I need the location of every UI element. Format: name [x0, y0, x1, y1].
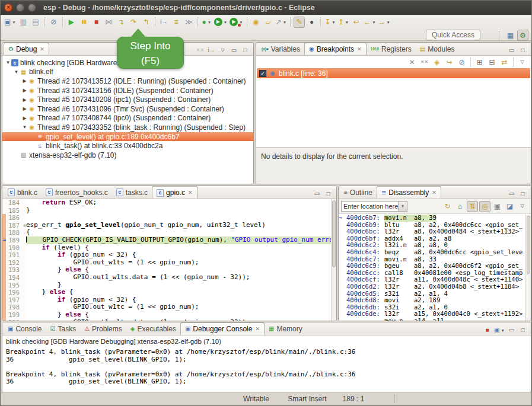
editor-gutter[interactable]: 200: [2, 319, 26, 321]
editor-gutter[interactable]: 184: [2, 199, 26, 207]
expand-all-button[interactable]: ⊞: [474, 56, 485, 68]
sync-with-active-debug-context-button[interactable]: ⇅: [467, 201, 478, 212]
open-perspective-button[interactable]: ▦: [505, 30, 516, 41]
code-line[interactable]: 187⊖esp_err_t gpio_set_level(gpio_num_t …: [2, 222, 331, 229]
tab-tasks[interactable]: ☑ Tasks: [46, 322, 80, 335]
tab-console[interactable]: ▣ Console: [4, 322, 46, 335]
open-type-button[interactable]: ◉: [250, 17, 262, 28]
close-icon[interactable]: ✕: [188, 190, 193, 196]
external-tools-button[interactable]: ▶▼: [229, 17, 243, 28]
remove-selected-breakpoints-button[interactable]: ✕: [406, 56, 418, 68]
save-button[interactable]: ▥: [18, 17, 29, 28]
resume-button[interactable]: ▶: [66, 17, 77, 28]
tree-expander-icon[interactable]: ▶: [21, 88, 28, 93]
instruction-stepping-button[interactable]: i→: [158, 17, 170, 28]
minimize-view-button[interactable]: ▭: [506, 325, 517, 335]
quick-access-button[interactable]: Quick Access: [426, 30, 480, 40]
maximize-view-button[interactable]: □: [518, 189, 528, 199]
chevron-down-icon[interactable]: ▼: [398, 202, 407, 211]
close-icon[interactable]: ✕: [357, 46, 362, 52]
back-history-button[interactable]: ←▼: [363, 17, 376, 28]
editor-gutter[interactable]: 185: [2, 207, 26, 215]
editor-gutter[interactable]: →189: [2, 236, 26, 244]
tree-expander-icon[interactable]: ▶: [21, 106, 28, 111]
disconnect-button[interactable]: ⋈: [103, 17, 114, 28]
forward-history-button[interactable]: →▼: [378, 17, 391, 28]
open-resource-button[interactable]: ▱: [263, 17, 274, 28]
code-line[interactable]: 200 GPIO.out1_w1tc.data = (1 << (gpio_nu…: [2, 319, 331, 321]
track-current-pc-button[interactable]: ◎: [479, 201, 490, 212]
minimize-view-button[interactable]: ▭: [506, 46, 517, 55]
tree-expander-icon[interactable]: ▶: [21, 97, 28, 103]
go-to-program-counter-button[interactable]: ⌂: [454, 201, 466, 212]
tab-memory[interactable]: ▦ Memory: [265, 322, 307, 335]
debug-tree-item[interactable]: ▶◉Thread #7 1073408744 (ipc0) (Suspended…: [2, 114, 253, 123]
close-icon[interactable]: ✕: [255, 326, 260, 332]
show-opcodes-button[interactable]: ◪: [504, 201, 515, 212]
editor-gutter[interactable]: 197: [2, 296, 26, 304]
editor-gutter[interactable]: 186: [2, 214, 26, 222]
tab-disassembly[interactable]: ≣ Disassembly ✕: [377, 186, 441, 199]
next-annotation-button[interactable]: ↧▼: [324, 17, 336, 28]
breakpoint-item[interactable]: ✓◉blink.c [line: 36]: [257, 68, 530, 78]
tab-outline[interactable]: ≡ Outline: [340, 186, 377, 199]
minimize-view-button[interactable]: ▭: [312, 189, 322, 199]
editor-scrollbar[interactable]: [331, 199, 336, 321]
use-step-filters-button[interactable]: ≫: [183, 17, 195, 28]
previous-annotation-button[interactable]: ↥▼: [337, 17, 350, 28]
editor-gutter[interactable]: 190: [2, 244, 26, 252]
tab-modules[interactable]: ▤ Modules: [416, 43, 459, 55]
close-icon[interactable]: ✕: [432, 190, 437, 196]
tab-variables[interactable]: (x)= Variables: [257, 43, 304, 55]
tab-tasks-c[interactable]: c tasks.c: [112, 186, 152, 199]
new-wizard-button[interactable]: ▣▼: [4, 17, 17, 28]
step-into-button[interactable]: ↴: [116, 17, 127, 28]
skip-all-breakpoints-button[interactable]: ⊘: [48, 17, 59, 28]
view-menu-button[interactable]: ▽: [218, 46, 228, 55]
editor-gutter[interactable]: 191: [2, 251, 26, 259]
maximize-view-button[interactable]: □: [518, 46, 528, 55]
tab-gpio-c[interactable]: c gpio.c ✕: [152, 186, 197, 199]
display-selected-console-button[interactable]: ▣▼: [493, 325, 505, 335]
editor-gutter[interactable]: 198: [2, 303, 26, 311]
tree-expander-icon[interactable]: ▶: [21, 116, 28, 121]
console-output[interactable]: Breakpoint 4, blink_task (pvParameter=0x…: [2, 346, 531, 388]
step-over-button[interactable]: ↷: [128, 17, 139, 28]
terminate-button[interactable]: ■: [91, 17, 102, 28]
tab-executables[interactable]: ◈ Executables: [126, 322, 180, 335]
tab-problems[interactable]: ⚠ Problems: [80, 322, 126, 335]
new-disassembly-view-button[interactable]: ▣: [492, 201, 503, 212]
tab-freertos-hooks-c[interactable]: c freertos_hooks.c: [42, 186, 112, 199]
debug-tree-item[interactable]: ▶◉Thread #2 1073413512 (IDLE : Running) …: [2, 76, 253, 86]
editor-gutter[interactable]: 192: [2, 259, 26, 267]
tab-blink-c[interactable]: c blink.c: [4, 186, 42, 199]
debug-tree-item[interactable]: ▶◉Thread #6 1073431096 (Tmr Svc) (Suspen…: [2, 104, 253, 114]
code-editor[interactable]: 184 return ESP_OK;185}186187⊖esp_err_t g…: [2, 199, 331, 321]
close-button[interactable]: ✕: [4, 4, 12, 12]
stack-frame-item[interactable]: ≡gpio_set_level() at gpio.c:189 0x400dc6…: [2, 132, 253, 142]
run-button[interactable]: ▶▼: [214, 17, 228, 28]
remove-all-terminated-button[interactable]: ✕✕: [195, 46, 205, 55]
disassembly-listing[interactable]: →400dc6b7:movi.na8, 39400dc6b9:bltua8, a…: [339, 215, 525, 321]
stack-frame-item[interactable]: ≡blink_task() at blink.c:33 0x400dbc2a: [2, 141, 253, 151]
instruction-stepping-mode-button[interactable]: i→: [206, 46, 216, 55]
suspend-button[interactable]: ▮▮: [78, 17, 90, 28]
skip-all-breakpoints-button[interactable]: ⊘: [456, 56, 467, 68]
tab-breakpoints[interactable]: ◉ Breakpoints ✕: [304, 43, 367, 55]
go-to-file-for-breakpoint-button[interactable]: ↪: [444, 56, 455, 68]
remove-all-breakpoints-button[interactable]: ✕✕: [419, 56, 430, 68]
tab-debugger-console[interactable]: ▣ Debugger Console ✕: [180, 322, 265, 335]
minimize-button[interactable]: [16, 4, 24, 12]
tree-expander-icon[interactable]: ▼: [13, 69, 20, 75]
editor-gutter[interactable]: 187⊖: [2, 222, 26, 229]
gas-refresh-button[interactable]: ↻: [442, 201, 453, 212]
tree-expander-icon[interactable]: ▶: [21, 78, 28, 84]
last-edit-location-button[interactable]: ↩: [351, 17, 362, 28]
show-breakpoints-for-selected-button[interactable]: ◈: [431, 56, 442, 68]
view-menu-button[interactable]: ▽: [517, 56, 528, 68]
debug-perspective-button[interactable]: ⚙: [517, 30, 528, 41]
editor-gutter[interactable]: 193: [2, 266, 26, 274]
editor-gutter[interactable]: 194: [2, 274, 26, 282]
editor-gutter[interactable]: 196: [2, 289, 26, 296]
tree-expander-icon[interactable]: ▼: [21, 124, 28, 130]
